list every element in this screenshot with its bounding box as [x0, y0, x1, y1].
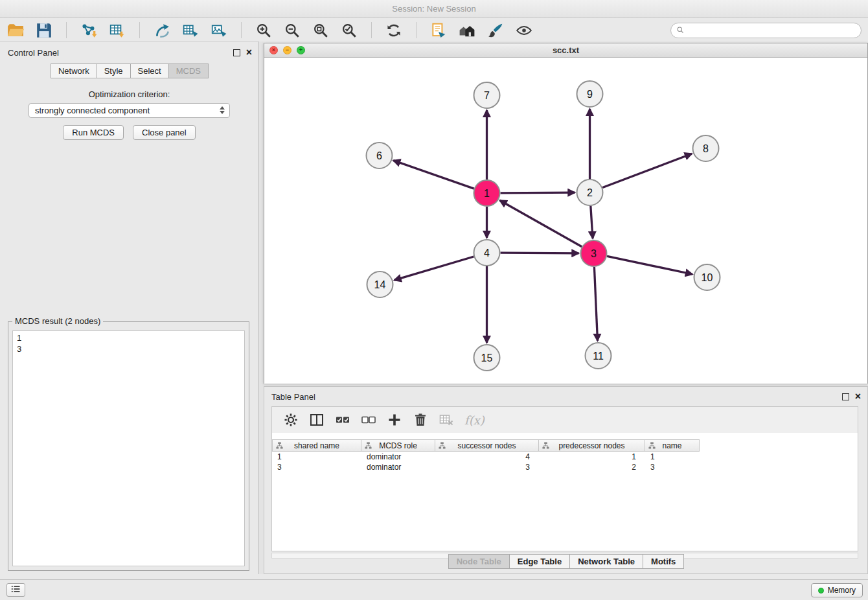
delete-table-icon [438, 411, 455, 428]
add-column-icon[interactable] [386, 411, 403, 428]
tab-edge-table[interactable]: Edge Table [509, 554, 570, 569]
style-brush-icon[interactable] [486, 21, 505, 40]
copy-view-icon[interactable] [429, 21, 448, 40]
column-header-successor-nodes[interactable]: successor nodes [435, 439, 539, 452]
import-network-icon[interactable] [80, 21, 98, 40]
network-canvas[interactable]: 7968124314101511 [264, 58, 867, 384]
export-table-icon[interactable] [181, 21, 200, 40]
deselect-all-icon[interactable] [360, 411, 377, 428]
export-image-icon[interactable] [210, 21, 228, 40]
tab-select[interactable]: Select [130, 63, 169, 78]
list-icon [11, 585, 21, 595]
column-header-label: predecessor nodes [558, 441, 624, 450]
vertical-splitter[interactable] [259, 41, 264, 574]
table-panel-tabs: Node TableEdge TableNetwork TableMotifs [264, 554, 867, 569]
minimize-window-icon[interactable]: − [283, 46, 291, 54]
tab-network[interactable]: Network [51, 63, 97, 78]
show-hide-icon[interactable] [515, 21, 533, 40]
zoom-in-icon[interactable] [255, 21, 273, 40]
node-6[interactable]: 6 [367, 143, 393, 168]
edge-2-3[interactable] [591, 206, 593, 238]
tab-network-table[interactable]: Network Table [569, 554, 643, 569]
mcds-result-box: MCDS result (2 nodes) 13 [8, 321, 249, 571]
column-header-name[interactable]: name [645, 439, 700, 452]
control-panel-title: Control Panel [8, 48, 59, 58]
table-panel-title: Table Panel [271, 392, 315, 402]
edge-1-6[interactable] [393, 161, 474, 189]
select-all-icon[interactable] [334, 411, 351, 428]
table-cell: 4 [435, 452, 539, 462]
node-label: 15 [481, 352, 493, 363]
zoom-selected-icon[interactable] [340, 21, 358, 40]
refresh-icon[interactable] [385, 21, 403, 40]
close-table-panel-icon[interactable]: × [855, 391, 861, 402]
node-8[interactable]: 8 [693, 135, 719, 161]
criterion-dropdown[interactable]: strongly connected component [29, 103, 230, 118]
close-panel-button[interactable]: Close panel [133, 125, 196, 140]
node-15[interactable]: 15 [474, 345, 500, 371]
memory-button[interactable]: Memory [811, 583, 863, 597]
node-9[interactable]: 9 [577, 81, 603, 107]
network-window-titlebar[interactable]: ×−+ scc.txt [264, 43, 867, 58]
close-window-icon[interactable]: × [269, 46, 278, 54]
node-label: 8 [703, 143, 709, 154]
mcds-result-list[interactable]: 13 [12, 330, 245, 566]
search-input[interactable] [670, 23, 862, 38]
column-sort-icon [276, 442, 283, 451]
column-header-label: name [662, 441, 681, 450]
memory-button-label: Memory [828, 586, 856, 595]
edge-3-10[interactable] [607, 256, 692, 274]
save-session-icon[interactable] [35, 21, 53, 40]
node-label: 10 [702, 272, 713, 283]
node-11[interactable]: 11 [586, 343, 611, 369]
node-1[interactable]: 1 [474, 180, 500, 206]
table-cell: 3 [645, 462, 700, 472]
column-layout-icon[interactable] [308, 411, 325, 428]
search-box [670, 23, 862, 38]
close-panel-icon[interactable]: × [246, 47, 252, 58]
table-settings-icon[interactable] [282, 411, 299, 428]
tab-style[interactable]: Style [97, 63, 131, 78]
toolbar-separator [416, 22, 417, 38]
edge-3-11[interactable] [594, 267, 597, 341]
panel-toggle-button[interactable] [6, 583, 25, 597]
edge-4-14[interactable] [394, 257, 474, 280]
node-10[interactable]: 10 [694, 264, 720, 290]
tab-node-table[interactable]: Node Table [448, 554, 510, 569]
table-panel-window-buttons: × [842, 391, 861, 402]
node-2[interactable]: 2 [577, 179, 603, 205]
column-header-shared-name[interactable]: shared name [272, 439, 361, 452]
table-row[interactable]: 1dominator411 [272, 452, 858, 462]
column-header-mcds-role[interactable]: MCDS role [361, 439, 435, 452]
tab-mcds[interactable]: MCDS [168, 63, 209, 78]
float-table-panel-icon[interactable] [842, 393, 849, 400]
column-header-label: shared name [294, 441, 339, 450]
edge-1-2[interactable] [500, 192, 575, 193]
run-mcds-button[interactable]: Run MCDS [63, 125, 124, 140]
node-label: 14 [374, 279, 386, 290]
zoom-window-icon[interactable]: + [297, 46, 305, 54]
toolbar-separator [371, 22, 372, 38]
first-neighbors-icon[interactable] [458, 21, 476, 40]
table-toolbar: f(x) [272, 407, 858, 433]
edge-2-8[interactable] [602, 154, 692, 187]
network-graph[interactable]: 7968124314101511 [264, 58, 867, 384]
column-header-predecessor-nodes[interactable]: predecessor nodes [539, 439, 645, 452]
float-panel-icon[interactable] [233, 49, 240, 56]
open-file-icon[interactable] [6, 21, 25, 40]
node-3[interactable]: 3 [581, 240, 607, 266]
zoom-out-icon[interactable] [283, 21, 301, 40]
node-14[interactable]: 14 [367, 271, 393, 297]
table-row[interactable]: 3dominator323 [272, 462, 858, 472]
export-network-icon[interactable] [153, 21, 171, 40]
edge-3-1[interactable] [500, 200, 582, 246]
edge-4-3[interactable] [500, 253, 578, 253]
node-4[interactable]: 4 [474, 240, 500, 266]
node-7[interactable]: 7 [474, 82, 500, 108]
column-sort-icon [365, 442, 372, 451]
zoom-fit-icon[interactable] [312, 21, 330, 40]
delete-column-icon[interactable] [412, 411, 429, 428]
tab-motifs[interactable]: Motifs [643, 554, 684, 569]
table-cell: 1 [645, 452, 700, 462]
import-table-icon[interactable] [108, 21, 126, 40]
